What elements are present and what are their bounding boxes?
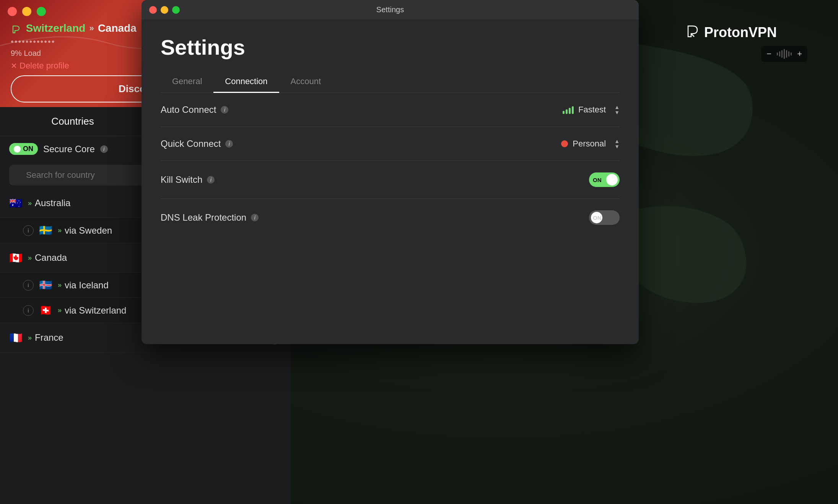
- dns-leak-info-icon[interactable]: i: [251, 214, 259, 221]
- france-chevrons: »: [28, 334, 32, 342]
- quick-connect-label: Quick Connect i: [161, 138, 233, 149]
- tab-account[interactable]: Account: [279, 71, 333, 93]
- proton-logo-icon: [685, 23, 700, 42]
- kill-switch-label: Kill Switch i: [161, 174, 215, 185]
- sweden-flag: 🇸🇪: [39, 224, 52, 237]
- proton-logo: ProtonVPN: [685, 23, 777, 42]
- iceland-chevrons: »: [58, 281, 62, 289]
- switzerland-info-icon[interactable]: i: [23, 305, 34, 316]
- delete-x-icon: ✕: [11, 61, 17, 70]
- vpn-load: 9% Load: [11, 49, 41, 58]
- tab-connection[interactable]: Connection: [213, 71, 279, 93]
- zoom-in-button[interactable]: +: [797, 49, 802, 59]
- dns-leak-toggle[interactable]: ON: [589, 210, 620, 225]
- zoom-controls: − +: [761, 46, 807, 62]
- quick-connect-value: Personal ▲ ▼: [561, 138, 620, 149]
- settings-minimize-button[interactable]: [161, 6, 168, 14]
- auto-connect-up[interactable]: ▲: [614, 104, 620, 110]
- settings-tabs: General Connection Account: [161, 71, 620, 93]
- zoom-out-button[interactable]: −: [766, 49, 771, 59]
- settings-close-button[interactable]: [149, 6, 157, 14]
- dns-leak-label: DNS Leak Protection i: [161, 212, 259, 223]
- canada-flag: 🇨🇦: [9, 252, 23, 264]
- settings-window-controls: [149, 6, 180, 14]
- settings-row-kill-switch: Kill Switch i ON: [161, 161, 620, 199]
- quick-connect-down[interactable]: ▼: [614, 144, 620, 149]
- settings-row-dns-leak: DNS Leak Protection i ON: [161, 199, 620, 236]
- kill-switch-toggle[interactable]: ON: [589, 172, 620, 187]
- zoom-bar: [777, 49, 792, 59]
- settings-maximize-button[interactable]: [172, 6, 180, 14]
- signal-bars-icon: [563, 106, 574, 114]
- settings-row-auto-connect: Auto Connect i Fastest ▲ ▼: [161, 93, 620, 127]
- settings-heading: Settings: [161, 35, 620, 60]
- secure-core-toggle[interactable]: ON: [9, 143, 38, 155]
- settings-window-title: Settings: [376, 5, 404, 14]
- settings-header: Settings General Connection Account: [142, 20, 639, 93]
- auto-connect-info-icon[interactable]: i: [221, 106, 228, 114]
- maximize-button[interactable]: [37, 7, 46, 16]
- auto-connect-value: Fastest ▲ ▼: [563, 104, 620, 115]
- close-button[interactable]: [8, 7, 17, 16]
- sweden-info-icon[interactable]: i: [23, 225, 34, 236]
- auto-connect-down[interactable]: ▼: [614, 110, 620, 115]
- quick-connect-up[interactable]: ▲: [614, 138, 620, 144]
- kill-switch-info-icon[interactable]: i: [207, 176, 215, 184]
- personal-dot-icon: [561, 140, 568, 147]
- settings-titlebar: Settings: [142, 0, 639, 20]
- switzerland-flag: 🇨🇭: [39, 304, 52, 317]
- auto-connect-label: Auto Connect i: [161, 104, 228, 115]
- settings-content: Auto Connect i Fastest ▲ ▼ Quick: [142, 93, 639, 236]
- settings-row-quick-connect: Quick Connect i Personal ▲ ▼: [161, 127, 620, 161]
- quick-connect-stepper[interactable]: ▲ ▼: [614, 138, 620, 149]
- australia-flag: 🇦🇺: [9, 197, 23, 210]
- vpn-arrow: »: [89, 23, 94, 33]
- vpn-source: Switzerland: [11, 22, 85, 34]
- switzerland-chevrons: »: [58, 306, 62, 314]
- iceland-info-icon[interactable]: i: [23, 280, 34, 291]
- auto-connect-stepper[interactable]: ▲ ▼: [614, 104, 620, 115]
- australia-chevrons: »: [28, 199, 32, 207]
- iceland-flag: 🇮🇸: [39, 279, 52, 291]
- minimize-button[interactable]: [22, 7, 31, 16]
- canada-chevrons: »: [28, 254, 32, 262]
- secure-core-info-icon[interactable]: i: [100, 145, 108, 153]
- proton-brand-name: ProtonVPN: [704, 24, 777, 41]
- sweden-chevrons: »: [58, 226, 62, 234]
- dns-leak-toggle-label: ON: [593, 215, 602, 221]
- vpn-destination: Canada: [98, 22, 137, 34]
- settings-modal: Settings Settings General Connection Acc…: [142, 0, 639, 344]
- france-flag: 🇫🇷: [9, 332, 23, 344]
- tab-general[interactable]: General: [161, 71, 213, 93]
- quick-connect-info-icon[interactable]: i: [225, 140, 233, 148]
- tab-countries[interactable]: Countries: [0, 107, 145, 136]
- kill-switch-toggle-label: ON: [593, 177, 602, 183]
- kill-switch-toggle-thumb: [606, 174, 618, 185]
- secure-core-label: Secure Core: [43, 144, 95, 154]
